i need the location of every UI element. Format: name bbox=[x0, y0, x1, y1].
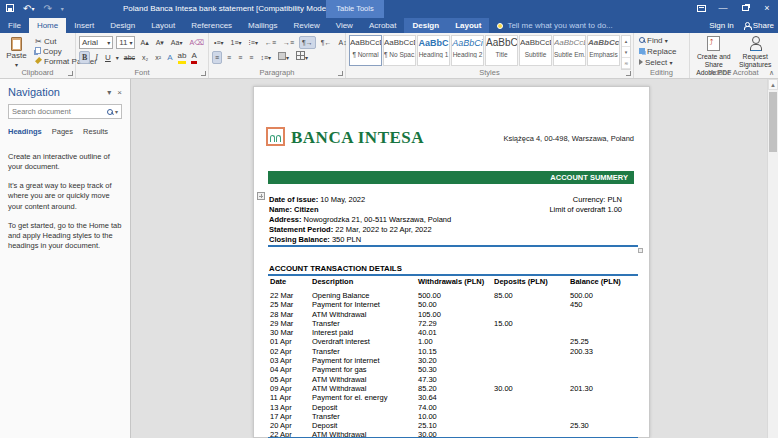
table-cell: Deposit bbox=[312, 403, 418, 412]
table-cell: 200.33 bbox=[570, 347, 632, 356]
replace-button[interactable]: Replace bbox=[637, 47, 687, 57]
sign-in-button[interactable]: Sign in bbox=[709, 21, 733, 30]
style-heading-2[interactable]: AaBbCiHeading 2 bbox=[451, 35, 484, 66]
font-size-select[interactable]: 11▾ bbox=[116, 36, 135, 49]
account-summary-banner: ACCOUNT SUMMERY bbox=[268, 171, 634, 184]
style-heading-1[interactable]: AaBbCHeading 1 bbox=[417, 35, 450, 66]
restore-icon[interactable] bbox=[734, 0, 756, 18]
justify-button[interactable]: ≡ bbox=[247, 51, 255, 64]
undo-icon[interactable]: ↶▾ bbox=[23, 0, 34, 18]
table-cell: Deposit bbox=[312, 421, 418, 430]
document-page[interactable]: BANCA INTESA Książęca 4, 00-498, Warszaw… bbox=[253, 86, 650, 438]
numbering-button[interactable]: 1≡▾ bbox=[229, 36, 244, 50]
underline-button[interactable]: U bbox=[103, 51, 113, 64]
search-options-icon[interactable]: ▾ bbox=[115, 108, 118, 115]
style-no-spac[interactable]: AaBbCcDc¶ No Spac... bbox=[383, 35, 416, 66]
redo-icon[interactable]: ↷ bbox=[43, 0, 51, 18]
window-controls: — × bbox=[690, 0, 778, 18]
ltr-direction-button[interactable]: ¶→ bbox=[299, 36, 316, 49]
clear-formatting-button[interactable]: A⌫ bbox=[187, 36, 206, 49]
bullets-button[interactable]: •≡▾ bbox=[212, 36, 226, 50]
nav-tab-headings[interactable]: Headings bbox=[8, 127, 42, 136]
nav-tab-pages[interactable]: Pages bbox=[52, 127, 73, 136]
nav-tab-results[interactable]: Results bbox=[83, 127, 108, 136]
line-spacing-button[interactable]: ↕≡▾ bbox=[258, 51, 273, 65]
table-move-handle-icon[interactable] bbox=[257, 192, 265, 200]
style-subtitle[interactable]: AaBbCcDSubtitle bbox=[519, 35, 552, 66]
minimize-icon[interactable]: — bbox=[712, 0, 734, 18]
format-painter-button[interactable]: Format Painter bbox=[33, 57, 73, 66]
table-tools-tab-design[interactable]: Design bbox=[404, 18, 447, 33]
table-tools-tab-layout[interactable]: Layout bbox=[447, 18, 489, 33]
align-left-button[interactable]: ≡ bbox=[212, 51, 222, 64]
search-input[interactable]: Search document ▾ bbox=[8, 104, 122, 119]
align-right-button[interactable]: ≡ bbox=[236, 51, 244, 64]
ribbon-display-options-icon[interactable] bbox=[690, 0, 712, 18]
styles-dialog-launcher-icon[interactable] bbox=[626, 71, 631, 76]
table-row: 09 AprATM Withdrawal85.2030.00201.30 bbox=[270, 384, 632, 393]
table-cell bbox=[494, 328, 570, 337]
collapse-ribbon-icon[interactable]: ∧ bbox=[769, 69, 774, 77]
font-color-button[interactable]: A bbox=[190, 51, 197, 64]
tab-mailings[interactable]: Mailings bbox=[240, 18, 285, 33]
tab-view[interactable]: View bbox=[328, 18, 361, 33]
tab-references[interactable]: References bbox=[183, 18, 240, 33]
paste-button[interactable]: Paste▾ bbox=[3, 35, 30, 69]
select-button[interactable]: Select ▾ bbox=[637, 58, 687, 68]
shrink-font-button[interactable]: A▾ bbox=[154, 36, 166, 49]
tab-home[interactable]: Home bbox=[29, 18, 66, 33]
highlight-color-button[interactable]: ab bbox=[177, 51, 188, 64]
subscript-button[interactable]: x₂ bbox=[140, 51, 150, 64]
decrease-indent-button[interactable]: ←≡ bbox=[263, 36, 278, 49]
find-button[interactable]: Find ▾ bbox=[637, 36, 687, 46]
tab-acrobat[interactable]: Acrobat bbox=[361, 18, 405, 33]
borders-button[interactable]: ▾ bbox=[294, 51, 310, 65]
font-dialog-launcher-icon[interactable] bbox=[201, 71, 206, 76]
table-cell bbox=[494, 365, 570, 374]
strikethrough-button[interactable]: abc bbox=[122, 51, 137, 64]
vertical-scrollbar[interactable]: ▲ bbox=[767, 79, 778, 438]
bold-button[interactable]: B bbox=[79, 51, 90, 64]
italic-button[interactable]: I bbox=[93, 51, 100, 64]
tab-file[interactable]: File bbox=[0, 18, 29, 33]
superscript-button[interactable]: x² bbox=[153, 51, 163, 64]
tab-review[interactable]: Review bbox=[285, 18, 327, 33]
save-icon[interactable] bbox=[6, 0, 14, 18]
table-cell: 11 Apr bbox=[270, 393, 312, 402]
styles-gallery-scroll[interactable]: ▴▾≂ bbox=[621, 35, 631, 70]
text-effects-button[interactable]: A bbox=[166, 53, 173, 62]
tab-design[interactable]: Design bbox=[102, 18, 143, 33]
paragraph-dialog-launcher-icon[interactable] bbox=[338, 71, 343, 76]
customize-qat-icon[interactable]: ▾ bbox=[61, 0, 64, 18]
close-icon[interactable]: × bbox=[756, 0, 778, 18]
font-family-select[interactable]: Arial▾ bbox=[79, 36, 113, 49]
scrollbar-thumb[interactable] bbox=[769, 92, 777, 152]
tab-insert[interactable]: Insert bbox=[66, 18, 102, 33]
style-normal[interactable]: AaBbCcDc¶ Normal bbox=[349, 35, 382, 66]
copy-button[interactable]: Copy bbox=[33, 47, 73, 56]
tell-me-box[interactable]: Tell me what you want to do... bbox=[489, 18, 620, 33]
scroll-up-icon[interactable]: ▲ bbox=[768, 79, 778, 90]
multilevel-list-button[interactable]: ⁝≡▾ bbox=[247, 36, 260, 50]
person-icon bbox=[744, 22, 750, 28]
cut-button[interactable]: ✂ Cut bbox=[33, 37, 73, 46]
increase-indent-button[interactable]: →≡ bbox=[281, 36, 296, 49]
rtl-direction-button[interactable]: ¶← bbox=[319, 36, 334, 49]
style-title[interactable]: AaBbCTitle bbox=[485, 35, 518, 66]
clipboard-dialog-launcher-icon[interactable] bbox=[68, 71, 73, 76]
shading-button[interactable]: ▾ bbox=[276, 51, 291, 65]
style-emphasis[interactable]: AaBbCcDiEmphasis bbox=[587, 35, 620, 66]
style-subtle-em[interactable]: AaBbCcDiSubtle Em... bbox=[553, 35, 586, 66]
borders-icon bbox=[296, 51, 305, 60]
table-resize-handle[interactable] bbox=[638, 248, 643, 253]
change-case-button[interactable]: Aa▾ bbox=[169, 36, 185, 50]
column-header: Balance (PLN) bbox=[570, 277, 632, 286]
navigation-options-icon[interactable]: ▾ bbox=[107, 88, 111, 97]
align-center-button[interactable]: ≡ bbox=[225, 51, 233, 64]
tab-layout[interactable]: Layout bbox=[143, 18, 183, 33]
replace-icon bbox=[639, 48, 645, 54]
share-button[interactable]: Share bbox=[744, 21, 774, 30]
grow-font-button[interactable]: A▴ bbox=[138, 36, 150, 49]
table-cell: 201.30 bbox=[570, 384, 632, 393]
navigation-close-icon[interactable]: × bbox=[117, 88, 122, 97]
